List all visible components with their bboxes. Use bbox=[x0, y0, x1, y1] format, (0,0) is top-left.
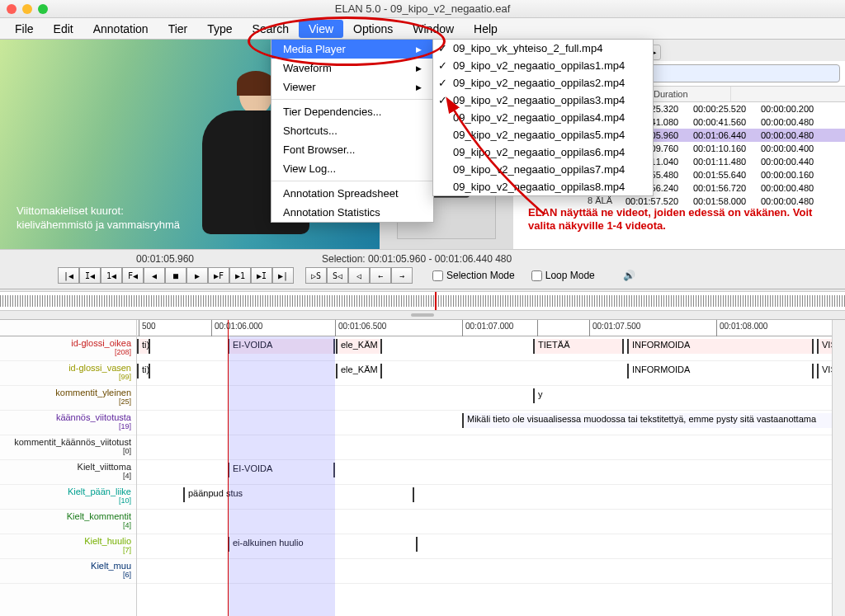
transport-button[interactable]: |◀ bbox=[58, 267, 79, 284]
menu-item[interactable]: Font Browser... bbox=[271, 140, 433, 159]
vertical-scrollbar[interactable] bbox=[832, 320, 845, 616]
view-menu-dropdown[interactable]: Media PlayerWaveformViewerTier Dependenc… bbox=[271, 39, 434, 223]
tier-label[interactable]: Kielt_muu[6] bbox=[0, 559, 136, 584]
annotation[interactable]: INFORMOIDA bbox=[627, 364, 814, 379]
annotation[interactable]: INFORMOIDA bbox=[627, 339, 814, 354]
media-file-item[interactable]: 09_kipo_v2_negaatio_oppilas4.mp4 bbox=[433, 109, 653, 126]
transport-button[interactable]: ← bbox=[370, 267, 391, 284]
media-file-item[interactable]: 09_kipo_v2_negaatio_oppilas7.mp4 bbox=[433, 161, 653, 178]
media-player-submenu[interactable]: ✓09_kipo_vk_yhteiso_2_full.mp4✓09_kipo_v… bbox=[432, 39, 654, 196]
transport-button[interactable]: ◁ bbox=[348, 267, 370, 284]
menu-file[interactable]: File bbox=[5, 20, 44, 38]
tier-label[interactable]: Kielt_pään_liike[10] bbox=[0, 485, 136, 510]
transport-button[interactable]: ◀ bbox=[144, 267, 165, 284]
tier-label[interactable]: id-glossi_vasen[99] bbox=[0, 361, 136, 386]
transport-button[interactable]: ▷S bbox=[305, 267, 327, 284]
transport-button[interactable]: ▶F bbox=[208, 267, 229, 284]
loop-mode-checkbox[interactable]: Loop Mode bbox=[531, 270, 595, 281]
media-file-item[interactable]: 09_kipo_v2_negaatio_oppilas8.mp4 bbox=[433, 178, 653, 195]
media-file-item[interactable]: 09_kipo_v2_negaatio_oppilas5.mp4 bbox=[433, 126, 653, 143]
menu-search[interactable]: Search bbox=[243, 20, 299, 38]
selection-time: Selection: 00:01:05.960 - 00:01:06.440 4… bbox=[322, 253, 837, 265]
transport-button[interactable]: ▶| bbox=[272, 267, 294, 284]
annotation[interactable]: y bbox=[533, 388, 838, 403]
media-file-item[interactable]: ✓09_kipo_vk_yhteiso_2_full.mp4 bbox=[433, 40, 653, 57]
splitter[interactable] bbox=[0, 311, 845, 319]
transport-button[interactable]: ▶ bbox=[186, 267, 208, 284]
menu-annotation[interactable]: Annotation bbox=[83, 20, 158, 38]
annotation[interactable]: ele_KÄM bbox=[336, 364, 382, 379]
annotation-text: ELAN näyttää ne videot, joiden edessä on… bbox=[528, 206, 825, 233]
annotation[interactable]: ti) bbox=[137, 339, 150, 354]
menu-item[interactable]: Shortcuts... bbox=[271, 121, 433, 140]
menu-tier[interactable]: Tier bbox=[158, 20, 198, 38]
transport-button[interactable]: ■ bbox=[165, 267, 186, 284]
menu-item[interactable]: Annotation Spreadsheet bbox=[271, 184, 433, 203]
menubar: FileEditAnnotationTierTypeSearchViewOpti… bbox=[0, 18, 845, 40]
menu-view[interactable]: View bbox=[299, 20, 343, 38]
timeline: id-glossi_oikea[208]id-glossi_vasen[99]k… bbox=[0, 319, 845, 616]
menu-item[interactable]: Viewer bbox=[271, 78, 433, 96]
tier-label[interactable]: kommentit_käännös_viitotust[0] bbox=[0, 435, 136, 460]
transport-button[interactable]: F◀ bbox=[122, 267, 144, 284]
transport-button[interactable]: → bbox=[391, 267, 413, 284]
menu-options[interactable]: Options bbox=[343, 20, 403, 38]
tier-label[interactable]: Kielt_kommentit[4] bbox=[0, 510, 136, 534]
window-title: ELAN 5.0 - 09_kipo_v2_negaatio.eaf bbox=[0, 2, 845, 15]
annotation[interactable]: ele_KÄM bbox=[336, 339, 382, 354]
tier-label[interactable]: Kielt_viittoma[4] bbox=[0, 460, 136, 485]
media-file-item[interactable]: ✓09_kipo_v2_negaatio_oppilas3.mp4 bbox=[433, 92, 653, 109]
tier-label[interactable]: id-glossi_oikea[208] bbox=[0, 336, 136, 361]
transport-button[interactable]: ▶I bbox=[251, 267, 272, 284]
menu-edit[interactable]: Edit bbox=[44, 20, 83, 38]
transport-button[interactable]: S◁ bbox=[327, 267, 348, 284]
transport-button[interactable]: ▶1 bbox=[229, 267, 251, 284]
menu-type[interactable]: Type bbox=[197, 20, 242, 38]
time-ruler[interactable]: 50000:01:06.00000:01:06.50000:01:07.0000… bbox=[137, 320, 845, 336]
annotation[interactable]: TIETÄÄ bbox=[533, 339, 624, 354]
menu-item[interactable]: Waveform bbox=[271, 59, 433, 78]
transport-bar: 00:01:05.960 Selection: 00:01:05.960 - 0… bbox=[0, 249, 845, 289]
annotation[interactable]: Mikäli tieto ole visuaalisessa muodossa … bbox=[462, 413, 842, 428]
menu-item[interactable]: Tier Dependencies... bbox=[271, 102, 433, 121]
media-file-item[interactable]: ✓09_kipo_v2_negaatio_oppilas2.mp4 bbox=[433, 74, 653, 92]
selection-mode-checkbox[interactable]: Selection Mode bbox=[432, 270, 515, 281]
menu-help[interactable]: Help bbox=[464, 20, 507, 38]
current-time: 00:01:05.960 bbox=[8, 253, 322, 265]
menu-item[interactable]: Media Player bbox=[271, 40, 433, 59]
menu-window[interactable]: Window bbox=[403, 20, 464, 38]
titlebar: ELAN 5.0 - 09_kipo_v2_negaatio.eaf bbox=[0, 0, 845, 18]
tier-label[interactable]: kommentit_yleinen[25] bbox=[0, 386, 136, 411]
media-file-item[interactable]: 09_kipo_v2_negaatio_oppilas6.mp4 bbox=[433, 143, 653, 161]
annotation[interactable]: ti) bbox=[137, 364, 150, 379]
media-file-item[interactable]: ✓09_kipo_v2_negaatio_oppilas1.mp4 bbox=[433, 57, 653, 74]
tier-label[interactable]: käännös_viitotusta[19] bbox=[0, 411, 136, 435]
menu-item[interactable]: View Log... bbox=[271, 159, 433, 178]
transport-button[interactable]: 1◀ bbox=[101, 267, 122, 284]
menu-item[interactable]: Annotation Statistics bbox=[271, 203, 433, 222]
volume-icon[interactable]: 🔊 bbox=[623, 270, 635, 281]
transport-button[interactable]: I◀ bbox=[79, 267, 101, 284]
video-subtitle: Viittomakieliset kuurot:kielivähemmistö … bbox=[17, 205, 180, 233]
overview-waveform[interactable] bbox=[0, 291, 845, 311]
tier-label[interactable]: Kielt_huulio[7] bbox=[0, 534, 136, 559]
